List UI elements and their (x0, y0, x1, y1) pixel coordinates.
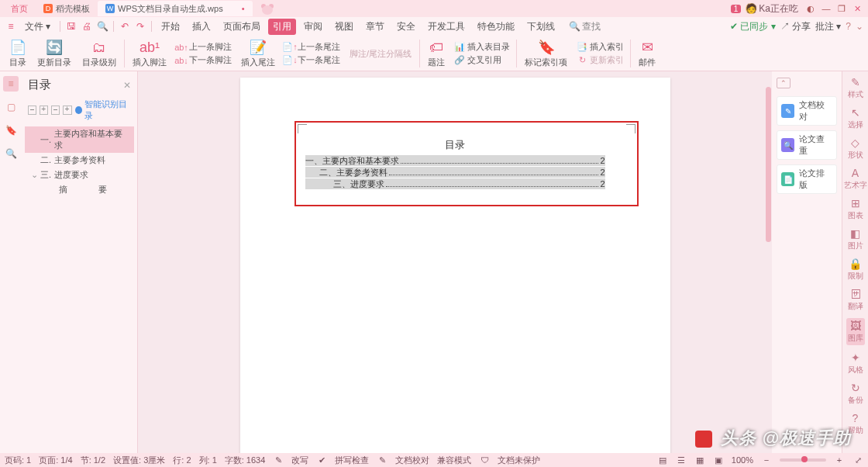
rail-chart[interactable]: ⊞图表 (848, 197, 863, 221)
outline-tab-icon[interactable]: ≡ (3, 76, 19, 92)
zoom-in-icon[interactable]: + (834, 455, 845, 465)
tab-dev[interactable]: 开发工具 (423, 19, 470, 35)
expand-all-icon[interactable] (40, 106, 48, 115)
ai-toc-button[interactable]: 智能识别目录 (75, 99, 131, 122)
rail-translate[interactable]: 🈂翻译 (848, 288, 863, 312)
caption-button[interactable]: 🏷题注 (423, 37, 450, 70)
window-restore[interactable]: ❐ (834, 1, 849, 16)
prev-endnote[interactable]: 📄↑上一条尾注 (284, 41, 340, 53)
tab-security[interactable]: 安全 (392, 19, 420, 35)
scroll-thumb[interactable] (766, 87, 771, 242)
proof-icon[interactable]: ✎ (377, 455, 388, 465)
preview-icon[interactable]: 🔍 (96, 20, 108, 33)
undo-icon[interactable]: ↶ (119, 20, 131, 33)
page-thumb-icon[interactable]: ▢ (3, 99, 19, 115)
outline-item[interactable]: 二.主要参考资料 (25, 153, 134, 168)
thesis-check-button[interactable]: 🔍论文查重 (777, 130, 837, 160)
rail-select[interactable]: ↖选择 (848, 106, 863, 130)
redo-icon[interactable]: ↷ (134, 20, 146, 33)
insert-index[interactable]: 📑插入索引 (577, 41, 624, 53)
document-canvas[interactable]: 目录 一、主要内容和基本要求2 二、主要参考资料2 三、进度要求2 (138, 71, 772, 453)
save-icon[interactable]: 🖫 (65, 20, 78, 33)
rail-help[interactable]: ?帮助 (848, 412, 863, 436)
tab-layout[interactable]: 页面布局 (219, 19, 265, 35)
tab-active-doc[interactable]: W WPS文档目录自动生成.wps • (98, 1, 253, 16)
toc-button[interactable]: 📄目录 (5, 37, 31, 70)
tab-underline[interactable]: 下划线 (522, 19, 560, 35)
spellcheck-icon[interactable]: ✔ (316, 455, 327, 465)
tab-view[interactable]: 视图 (330, 19, 358, 35)
mark-index-button[interactable]: 🔖标记索引项 (520, 37, 572, 70)
rail-style-theme[interactable]: ✦风格 (848, 351, 863, 375)
window-close[interactable]: ✕ (849, 1, 865, 16)
rail-restrict[interactable]: 🔒限制 (848, 258, 863, 282)
protect-icon[interactable]: 🛡 (479, 455, 490, 465)
sync-status[interactable]: ✔ 已同步 ▾ (730, 20, 776, 33)
update-toc-button[interactable]: 🔄更新目录 (33, 37, 76, 70)
tab-section[interactable]: 章节 (361, 19, 389, 35)
search-box[interactable]: 🔍查找 (569, 20, 601, 33)
tab-start[interactable]: 开始 (157, 19, 184, 35)
next-endnote[interactable]: 📄↓下一条尾注 (284, 54, 340, 66)
tab-reference[interactable]: 引用 (268, 19, 296, 35)
level-down-icon[interactable] (51, 106, 60, 115)
rail-image[interactable]: ◧图片 (848, 227, 863, 251)
view-outline-icon[interactable]: ☰ (676, 455, 687, 465)
tab-home[interactable]: 首页 (3, 1, 36, 16)
tab-review[interactable]: 审阅 (299, 19, 327, 35)
app-menu-icon[interactable]: ≡ (5, 20, 17, 33)
prev-footnote[interactable]: ab↑上一条脚注 (176, 41, 232, 53)
rail-wordart[interactable]: A艺术字 (844, 167, 867, 191)
status-words[interactable]: 字数: 1634 (225, 455, 266, 466)
file-menu[interactable]: 文件 ▾ (20, 19, 55, 35)
doc-proof-button[interactable]: ✎文档校对 (777, 96, 837, 126)
tab-insert[interactable]: 插入 (188, 19, 215, 35)
level-up-icon[interactable] (63, 106, 71, 115)
scrollbar[interactable] (764, 71, 772, 453)
status-page[interactable]: 页面: 1/4 (39, 455, 72, 466)
panel-collapse-icon[interactable]: ⌃ (777, 78, 790, 88)
notif-badge[interactable]: 1 (731, 5, 742, 13)
bear-icon[interactable] (257, 1, 277, 16)
view-read-icon[interactable]: ▣ (713, 455, 724, 465)
tab-special[interactable]: 特色功能 (473, 19, 519, 35)
collapse-ribbon-icon[interactable]: ⌄ (856, 21, 863, 32)
insert-endnote-button[interactable]: 📝插入尾注 (236, 37, 280, 70)
share-button[interactable]: ↗ 分享 (780, 20, 811, 33)
outline-item[interactable]: ⌄三.进度要求 (25, 168, 134, 182)
outline-item[interactable]: 一.主要内容和基本要求 (25, 126, 134, 153)
status-section[interactable]: 节: 1/2 (81, 455, 105, 466)
rail-shape[interactable]: ◇形状 (848, 137, 863, 161)
print-icon[interactable]: 🖨 (81, 20, 93, 33)
window-min[interactable]: — (818, 1, 834, 16)
insert-footnote-button[interactable]: ab¹插入脚注 (128, 37, 171, 70)
help-icon[interactable]: ? (846, 21, 851, 32)
user-avatar[interactable]: 🧑 Ka正在吃 (746, 2, 798, 16)
approve-button[interactable]: 批注 ▾ (815, 20, 841, 33)
next-footnote[interactable]: ab↓下一条脚注 (176, 54, 232, 66)
outline-close-icon[interactable]: ✕ (123, 80, 131, 91)
tab-shell-template[interactable]: D 稻壳模板 (36, 1, 98, 16)
status-setvalue: 设置值: 3厘米 (113, 455, 165, 466)
collapse-all-icon[interactable] (28, 106, 36, 115)
zoom-out-icon[interactable]: − (761, 455, 772, 465)
toc-level-button[interactable]: 🗂目录级别 (78, 37, 121, 70)
zoom-slider[interactable] (780, 458, 826, 462)
find-icon[interactable]: 🔍 (3, 146, 19, 161)
rail-style[interactable]: ✎样式 (848, 76, 863, 100)
cross-ref[interactable]: 🔗交叉引用 (454, 54, 510, 66)
skin-icon[interactable]: ◐ (803, 1, 818, 16)
insert-table-toc[interactable]: 📊插入表目录 (454, 41, 510, 53)
rail-gallery[interactable]: 🖼图库 (846, 318, 865, 345)
view-web-icon[interactable]: ▦ (694, 455, 705, 465)
thesis-layout-button[interactable]: 📄论文排版 (777, 164, 837, 194)
fit-icon[interactable]: ⤢ (852, 455, 863, 465)
bookmark-icon[interactable]: 🔖 (3, 123, 19, 138)
rail-backup[interactable]: ↻备份 (848, 382, 863, 406)
overwrite-icon[interactable]: ✎ (273, 455, 284, 465)
status-pagenum[interactable]: 页码: 1 (5, 455, 31, 466)
zoom-level[interactable]: 100% (732, 455, 753, 465)
mail-button[interactable]: ✉邮件 (634, 37, 660, 70)
outline-item[interactable]: 摘 要 (25, 182, 134, 197)
view-print-icon[interactable]: ▤ (657, 455, 668, 465)
